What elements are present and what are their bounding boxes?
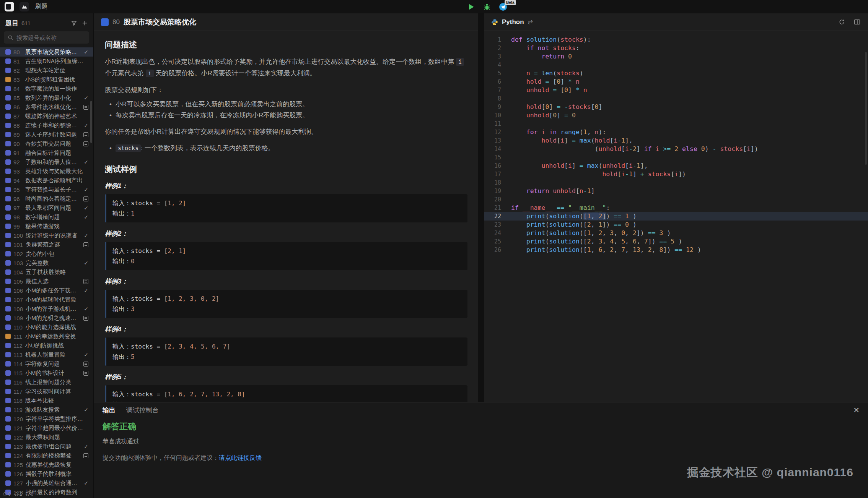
editor-scrollbar[interactable]: [865, 52, 867, 165]
list-item[interactable]: 113机器人能量冒险✓: [0, 350, 93, 359]
code-line[interactable]: 26 print(solution([1, 6, 2, 7, 13, 2, 8]…: [484, 246, 868, 254]
feedback-link[interactable]: 请点此链接反馈: [219, 454, 262, 461]
code-line[interactable]: 14 (unhold[i-2] if i >= 2 else 0) - stoc…: [484, 145, 868, 153]
add-problem-button[interactable]: [81, 19, 88, 27]
list-item[interactable]: 107小M的星球时代冒险: [0, 295, 93, 304]
list-item[interactable]: 116线上报警问题分类: [0, 378, 93, 387]
layout-split-button[interactable]: [853, 18, 861, 26]
code-line[interactable]: 25 print(solution([2, 3, 4, 5, 6, 7]) ==…: [484, 237, 868, 246]
list-item[interactable]: 96时尚圈的衣着稳定性问题: [0, 194, 93, 203]
list-item[interactable]: 123最优硬币组合问题✓: [0, 442, 93, 451]
split-layout-icon: [854, 19, 860, 25]
list-item[interactable]: 122最大乘积问题: [0, 433, 93, 442]
list-item[interactable]: 85数列差异的最小化✓: [0, 93, 93, 102]
code-line[interactable]: 17 hold[i-1] + stocks[i]): [484, 170, 868, 178]
list-item[interactable]: 89迷人子序列计数问题: [0, 130, 93, 139]
list-item[interactable]: 106小M的多任务下载器挑战✓: [0, 286, 93, 295]
list-item[interactable]: 119游戏队友搜索✓: [0, 405, 93, 414]
code-line[interactable]: 24 print(solution([1, 2, 3, 0, 2]) == 3 …: [484, 229, 868, 237]
list-item[interactable]: 100统计班级中的说谎者✓: [0, 231, 93, 240]
code-line[interactable]: 22 print(solution([1, 2]) == 1 ): [484, 212, 868, 221]
code-line[interactable]: 10 unhold[0] = 0: [484, 111, 868, 120]
code-line[interactable]: 12 for i in range(1, n):: [484, 128, 868, 136]
list-item[interactable]: 82理想火车站定位: [0, 66, 93, 75]
tab-output[interactable]: 输出: [103, 406, 116, 415]
list-item[interactable]: 81古生物DNA序列血缘分析: [0, 57, 93, 66]
solved-check-icon: ✓: [84, 122, 88, 128]
list-item[interactable]: 111小M的幸运数列变换: [0, 332, 93, 341]
list-item[interactable]: 97最大乘积区间问题✓: [0, 203, 93, 213]
code-line[interactable]: 7 unhold = [0] * n: [484, 86, 868, 94]
code-line[interactable]: 15: [484, 153, 868, 162]
code-line[interactable]: 8: [484, 94, 868, 103]
list-item[interactable]: 95字符替换与最长子串问题✓: [0, 185, 93, 194]
code-line[interactable]: 5 n = len(stocks): [484, 69, 868, 78]
list-item[interactable]: 90奇妙货币交易问题: [0, 139, 93, 148]
close-panel-button[interactable]: ✕: [853, 406, 860, 415]
sidebar: 题目 611 80股票市场交易策略优化✓81古生物DNA序列血缘分析82理想火车…: [0, 13, 93, 498]
list-item[interactable]: 103完美整数✓: [0, 258, 93, 268]
code-line[interactable]: 21if __name__ == "__main__":: [484, 204, 868, 212]
problem-item-title: 小U的防御挑战: [25, 342, 88, 349]
search-box[interactable]: [4, 31, 89, 44]
sidebar-scrollbar[interactable]: [90, 101, 92, 143]
list-item[interactable]: 88连续子串和的整除问题✓: [0, 121, 93, 130]
code-line[interactable]: 19 return unhold[n-1]: [484, 187, 868, 195]
list-item[interactable]: 94数据表是否能顺利产出: [0, 176, 93, 185]
language-swap-icon[interactable]: ⇄: [528, 18, 533, 26]
code-line[interactable]: 1def solution(stocks):: [484, 36, 868, 44]
code-line[interactable]: 18: [484, 178, 868, 187]
filter-button[interactable]: [70, 19, 78, 27]
list-item[interactable]: 120字符串字符类型排序问题: [0, 414, 93, 423]
line-number: 14: [484, 145, 501, 153]
list-item[interactable]: 121字符串趋同最小代价问题: [0, 423, 93, 433]
list-item[interactable]: 110小M的能力选择挑战: [0, 323, 93, 332]
telegram-share-button[interactable]: Beta: [498, 2, 508, 12]
list-item[interactable]: 104五子棋获胜策略: [0, 268, 93, 277]
code-line[interactable]: 6 hold = [0] * n: [484, 78, 868, 86]
code-line[interactable]: 16 unhold[i] = max(unhold[i-1],: [484, 162, 868, 170]
difficulty-tag-icon: [5, 242, 11, 247]
code-line[interactable]: 2 if not stocks:: [484, 44, 868, 52]
list-item[interactable]: 92子数组和的最大值问题✓: [0, 157, 93, 167]
code-line[interactable]: 13 hold[i] = max(hold[i-1],: [484, 136, 868, 145]
list-item[interactable]: 80股票市场交易策略优化✓: [0, 47, 93, 57]
search-input[interactable]: [16, 34, 81, 41]
mountain-logo-icon[interactable]: [20, 2, 29, 11]
list-item[interactable]: 109小M的光明之魂速通挑战: [0, 313, 93, 323]
code-line[interactable]: 23 print(solution([2, 1]) == 0 ): [484, 221, 868, 229]
list-item[interactable]: 124有限制的楼梯攀登: [0, 451, 93, 460]
list-item[interactable]: 91融合目标计算问题: [0, 148, 93, 157]
code-line[interactable]: 9 hold[0] = -stocks[0]: [484, 103, 868, 111]
list-item[interactable]: 99糖果传递游戏: [0, 222, 93, 231]
code-line[interactable]: 20: [484, 195, 868, 204]
list-item[interactable]: 93英雄升级与奖励最大化: [0, 167, 93, 176]
list-item[interactable]: 101兔群繁殖之谜: [0, 240, 93, 249]
list-item[interactable]: 118版本号比较: [0, 396, 93, 405]
list-item[interactable]: 108小M的弹子游戏机挑战✓: [0, 304, 93, 313]
code-editor[interactable]: 1def solution(stocks):2 if not stocks:3 …: [484, 31, 868, 402]
list-item[interactable]: 112小U的防御挑战: [0, 341, 93, 350]
list-item[interactable]: 84数字魔法的加一操作: [0, 84, 93, 93]
run-button[interactable]: [466, 2, 476, 12]
code-line[interactable]: 11: [484, 120, 868, 128]
list-item[interactable]: 98数字增殖问题✓: [0, 213, 93, 222]
code-line[interactable]: 4: [484, 61, 868, 69]
list-item[interactable]: 83小S的货郎租售困扰: [0, 75, 93, 84]
list-item[interactable]: 127小强的英雄组合通关策略✓: [0, 479, 93, 488]
list-item[interactable]: 114字符修复问题: [0, 359, 93, 368]
code-line[interactable]: 3 return 0: [484, 52, 868, 61]
app-logo-icon[interactable]: [5, 2, 14, 11]
list-item[interactable]: 86多零件流水线优化问题: [0, 102, 93, 112]
list-item[interactable]: 102贪心的小包: [0, 249, 93, 258]
difficulty-tag-icon: [5, 352, 11, 357]
list-item[interactable]: 87螺旋阵列的神秘艺术: [0, 112, 93, 121]
debug-bug-button[interactable]: [482, 2, 492, 12]
list-item[interactable]: 125优惠券优先级恢复: [0, 460, 93, 469]
reset-code-button[interactable]: [837, 18, 846, 26]
list-item[interactable]: 115小M的书柜设计: [0, 368, 93, 378]
list-item[interactable]: 126摇骰子的胜利概率: [0, 469, 93, 479]
list-item[interactable]: 105最佳人选: [0, 277, 93, 286]
tab-debug-console[interactable]: 调试控制台: [126, 406, 159, 415]
list-item[interactable]: 117学习技能时间计算: [0, 387, 93, 396]
